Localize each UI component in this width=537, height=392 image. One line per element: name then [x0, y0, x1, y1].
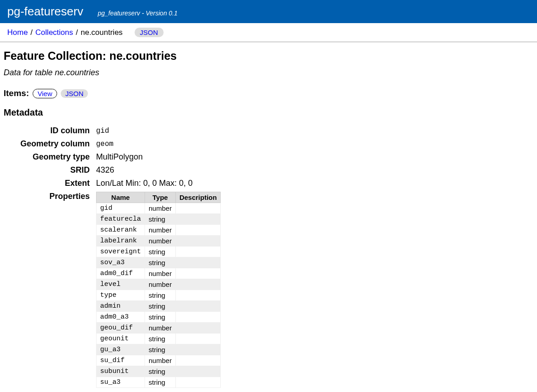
- table-row: sov_a3string: [97, 257, 221, 268]
- prop-name: adm0_a3: [97, 312, 145, 323]
- table-row: geounitstring: [97, 334, 221, 344]
- table-row: typestring: [97, 290, 221, 301]
- items-json-button[interactable]: JSON: [61, 89, 88, 98]
- table-row: gu_a3string: [97, 344, 221, 355]
- prop-type: string: [145, 366, 176, 377]
- meta-label-geometry-type: Geometry type: [4, 152, 90, 162]
- app-title: pg-featureserv: [7, 5, 83, 19]
- prop-type: string: [145, 301, 176, 312]
- properties-table: Name Type Description gidnumberfeaturecl…: [96, 192, 221, 388]
- prop-description: [175, 312, 221, 323]
- prop-name: geounit: [97, 334, 145, 344]
- prop-type: number: [145, 225, 176, 236]
- prop-description: [175, 203, 221, 214]
- prop-type: number: [145, 236, 176, 247]
- props-th-type: Type: [145, 192, 176, 203]
- table-row: scaleranknumber: [97, 225, 221, 236]
- prop-description: [175, 334, 221, 344]
- meta-label-extent: Extent: [4, 179, 90, 188]
- meta-value-geometry-column: geom: [96, 139, 533, 148]
- meta-label-id-column: ID column: [4, 126, 90, 136]
- prop-type: string: [145, 257, 176, 268]
- table-row: subunitstring: [97, 366, 221, 377]
- meta-value-geometry-type: MultiPolygon: [96, 152, 533, 162]
- prop-description: [175, 377, 221, 388]
- prop-name: geou_dif: [97, 323, 145, 334]
- prop-name: adm0_dif: [97, 268, 145, 279]
- table-row: gidnumber: [97, 203, 221, 214]
- prop-description: [175, 301, 221, 312]
- prop-description: [175, 236, 221, 247]
- prop-type: string: [145, 334, 176, 344]
- props-th-description: Description: [175, 192, 221, 203]
- breadcrumb-current: ne.countries: [81, 28, 123, 37]
- breadcrumb-home[interactable]: Home: [7, 28, 28, 37]
- prop-name: labelrank: [97, 236, 145, 247]
- items-row: Items: View JSON: [4, 88, 533, 98]
- prop-name: subunit: [97, 366, 145, 377]
- prop-type: number: [145, 279, 176, 290]
- meta-value-id-column: gid: [96, 126, 533, 135]
- prop-name: type: [97, 290, 145, 301]
- prop-description: [175, 355, 221, 366]
- prop-type: number: [145, 323, 176, 334]
- prop-type: string: [145, 312, 176, 323]
- meta-value-extent: Lon/Lat Min: 0, 0 Max: 0, 0: [96, 179, 533, 188]
- breadcrumb-collections[interactable]: Collections: [35, 28, 73, 37]
- prop-name: scalerank: [97, 225, 145, 236]
- prop-name: admin: [97, 301, 145, 312]
- prop-description: [175, 257, 221, 268]
- meta-label-geometry-column: Geometry column: [4, 139, 90, 149]
- prop-description: [175, 214, 221, 225]
- meta-label-properties: Properties: [4, 192, 90, 201]
- prop-name: sovereignt: [97, 247, 145, 257]
- breadcrumb: Home / Collections / ne.countries JSON: [0, 23, 537, 42]
- metadata-heading: Metadata: [4, 107, 533, 118]
- prop-name: su_a3: [97, 377, 145, 388]
- prop-description: [175, 366, 221, 377]
- prop-type: string: [145, 247, 176, 257]
- prop-name: su_dif: [97, 355, 145, 366]
- breadcrumb-sep: /: [30, 28, 33, 37]
- table-row: sovereigntstring: [97, 247, 221, 257]
- prop-name: level: [97, 279, 145, 290]
- prop-description: [175, 290, 221, 301]
- breadcrumb-sep: /: [76, 28, 78, 37]
- prop-type: string: [145, 214, 176, 225]
- page-description: Data for table ne.countries: [4, 68, 533, 77]
- table-row: featureclastring: [97, 214, 221, 225]
- metadata-grid: ID column gid Geometry column geom Geome…: [4, 126, 533, 388]
- table-row: geou_difnumber: [97, 323, 221, 334]
- json-button[interactable]: JSON: [135, 28, 164, 37]
- table-row: adm0_a3string: [97, 312, 221, 323]
- prop-type: number: [145, 203, 176, 214]
- view-items-button[interactable]: View: [33, 89, 57, 98]
- meta-value-srid: 4326: [96, 165, 533, 175]
- prop-description: [175, 268, 221, 279]
- prop-name: gu_a3: [97, 344, 145, 355]
- prop-description: [175, 344, 221, 355]
- prop-name: gid: [97, 203, 145, 214]
- app-subtitle: pg_featureserv - Version 0.1: [98, 10, 178, 17]
- prop-type: string: [145, 344, 176, 355]
- prop-type: number: [145, 355, 176, 366]
- table-row: adminstring: [97, 301, 221, 312]
- main-content: Feature Collection: ne.countries Data fo…: [0, 42, 537, 392]
- prop-name: featurecla: [97, 214, 145, 225]
- page-title: Feature Collection: ne.countries: [4, 49, 533, 63]
- prop-description: [175, 323, 221, 334]
- prop-name: sov_a3: [97, 257, 145, 268]
- prop-description: [175, 279, 221, 290]
- items-label: Items:: [4, 88, 29, 98]
- table-row: su_a3string: [97, 377, 221, 388]
- props-th-name: Name: [97, 192, 145, 203]
- meta-value-properties: Name Type Description gidnumberfeaturecl…: [96, 192, 533, 388]
- table-row: adm0_difnumber: [97, 268, 221, 279]
- meta-label-srid: SRID: [4, 165, 90, 175]
- table-row: labelranknumber: [97, 236, 221, 247]
- prop-type: string: [145, 290, 176, 301]
- table-row: levelnumber: [97, 279, 221, 290]
- app-header: pg-featureserv pg_featureserv - Version …: [0, 0, 537, 23]
- table-row: su_difnumber: [97, 355, 221, 366]
- prop-type: number: [145, 268, 176, 279]
